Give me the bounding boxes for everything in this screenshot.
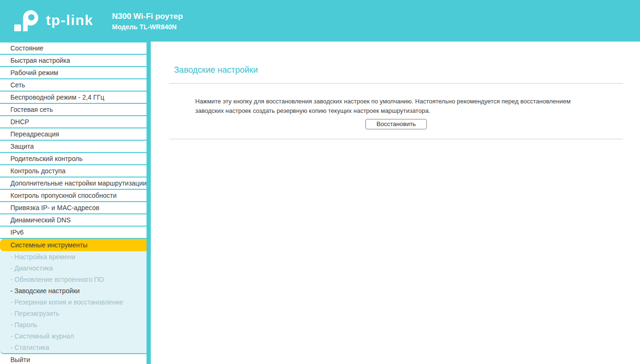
sidebar-item[interactable]: Дополнительные настройки маршрутизации [0,178,147,190]
sidebar-item[interactable]: IPv6 [0,227,147,239]
top-divider [169,83,623,84]
router-title: N300 Wi-Fi роутер [112,12,183,21]
submenu-item[interactable]: - Резервная копия и восстановление [0,296,147,308]
sidebar-item[interactable]: Контроль доступа [0,165,147,178]
page-title: Заводские настройки [174,64,623,76]
tp-link-logo-text: tp-link [46,8,94,32]
tp-link-logo: tp-link [14,8,94,32]
sidebar-item[interactable]: Сеть [0,79,147,92]
submenu-item[interactable]: - Обновление встроенного ПО [0,274,147,285]
sidebar-item[interactable]: Системные инструменты [0,239,147,251]
sidebar-item[interactable]: Быстрая настройка [0,55,147,67]
header: tp-link N300 Wi-Fi роутер Модель TL-WR84… [0,0,640,42]
sidebar-item[interactable]: Состояние [0,42,147,55]
submenu-item[interactable]: - Заводские настройки [0,285,147,296]
sidebar-item[interactable]: Родительский контроль [0,153,147,165]
sidebar-item[interactable]: Динамический DNS [0,214,147,227]
sidebar-divider [147,42,151,364]
submenu-item[interactable]: - Перезагрузить [0,308,147,319]
main-menu: Состояние Быстрая настройка Рабочий режи… [0,42,147,251]
sidebar-item[interactable]: Гостевая сеть [0,104,147,116]
sidebar-item[interactable]: Защита [0,141,147,153]
description-text: Нажмите эту кнопку для восстановления за… [195,97,600,116]
system-tools-submenu: - Настройка времени - Диагностика - Обно… [0,251,147,354]
header-titles: N300 Wi-Fi роутер Модель TL-WR840N [112,12,183,31]
router-admin-page: tp-link N300 Wi-Fi роутер Модель TL-WR84… [0,0,640,364]
sidebar-item[interactable]: Привязка IP- и MAC-адресов [0,202,147,214]
sidebar-item-logout[interactable]: Выйти [0,354,147,364]
button-row: Восстановить [169,119,623,129]
bottom-divider [169,139,623,139]
sidebar-item[interactable]: Рабочий режим [0,67,147,79]
sidebar-item[interactable]: Переадресация [0,128,147,141]
sidebar-item[interactable]: Беспроводной режим - 2,4 ГГц [0,92,147,104]
submenu-item[interactable]: - Статистика [0,342,147,353]
submenu-item[interactable]: - Системный журнал [0,330,147,342]
tp-link-logo-icon [14,8,40,32]
restore-button[interactable]: Восстановить [365,119,427,129]
submenu-item[interactable]: - Настройка времени [0,251,147,262]
sidebar: Состояние Быстрая настройка Рабочий режи… [0,42,147,364]
submenu-item[interactable]: - Диагностика [0,262,147,274]
main-content: Заводские настройки Нажмите эту кнопку д… [151,42,640,364]
sidebar-item[interactable]: DHCP [0,116,147,128]
sidebar-item[interactable]: Контроль пропускной способности [0,190,147,202]
submenu-item[interactable]: - Пароль [0,319,147,330]
router-model: Модель TL-WR840N [112,23,183,31]
